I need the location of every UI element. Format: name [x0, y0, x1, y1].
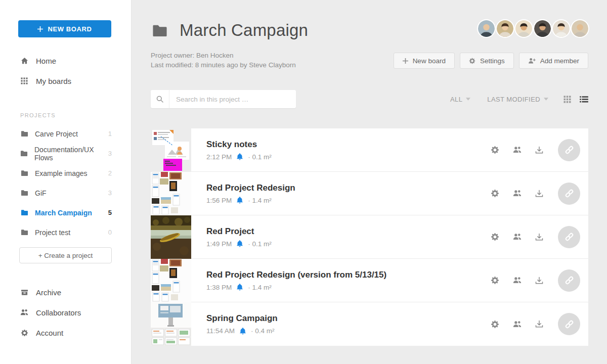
- sidebar-footer-nav: ArchiveCollaboratorsAccount: [0, 282, 131, 343]
- avatar[interactable]: [478, 20, 495, 37]
- project-label: Carve Project: [35, 130, 78, 138]
- board-settings-button[interactable]: [491, 233, 499, 241]
- board-meta: 1:38 PM· 1.4 m²: [206, 284, 386, 291]
- board-info: Spring Campaign11:54 AM· 0.4 m²: [206, 313, 278, 335]
- folder-icon: [20, 130, 28, 138]
- board-link-button[interactable]: [558, 226, 580, 248]
- bell-icon[interactable]: [239, 328, 246, 335]
- bell-icon[interactable]: [236, 197, 243, 204]
- header-buttons: New boardSettingsAdd member: [394, 53, 588, 69]
- board-collaborators-button[interactable]: [513, 276, 522, 285]
- avatar[interactable]: [572, 20, 588, 37]
- board-settings-button[interactable]: [491, 189, 499, 198]
- board-title: Red Project: [206, 226, 272, 237]
- person-add-icon: [528, 57, 536, 65]
- folder-icon: [20, 189, 28, 197]
- board-collaborators-button[interactable]: [513, 146, 522, 154]
- board-settings-button[interactable]: [491, 276, 499, 285]
- folder-icon: [20, 209, 28, 216]
- board-meta: 11:54 AM· 0.4 m²: [206, 327, 278, 335]
- sidebar-project-project-test[interactable]: Project test0: [0, 222, 131, 242]
- board-meta: 2:12 PM· 0.1 m²: [206, 153, 272, 161]
- avatar[interactable]: [534, 20, 551, 37]
- board-collaborators-button[interactable]: [513, 233, 522, 241]
- board-row[interactable]: Red Project Redesign1:56 PM· 1.4 m²: [151, 172, 588, 215]
- board-settings-button[interactable]: [491, 320, 499, 329]
- sidebar-item-collaborators[interactable]: Collaborators: [0, 302, 131, 323]
- sidebar-item-account[interactable]: Account: [0, 323, 131, 343]
- account-icon: [20, 329, 28, 337]
- sidebar-item-home[interactable]: Home: [0, 51, 131, 71]
- project-label: Project test: [35, 229, 70, 237]
- search-icon[interactable]: [151, 90, 169, 108]
- app-window: NEW BOARD HomeMy boards PROJECTS Carve P…: [0, 0, 607, 364]
- project-list: Carve Project1Documentation/UX Flows3Exa…: [0, 124, 131, 242]
- button-label: Settings: [480, 57, 505, 65]
- filters: ALL LAST MODIFIED: [450, 96, 588, 103]
- avatar[interactable]: [515, 20, 532, 37]
- new-board-button[interactable]: NEW BOARD: [18, 20, 111, 37]
- grid-view-icon[interactable]: [563, 96, 571, 103]
- sidebar-item-archive[interactable]: Archive: [0, 282, 131, 302]
- boards-icon: [20, 77, 28, 84]
- board-row[interactable]: Red Project1:49 PM· 0.1 m²: [151, 215, 588, 259]
- filter-all-label: ALL: [450, 96, 462, 103]
- board-link-button[interactable]: [558, 183, 580, 205]
- avatar-stack: [478, 20, 588, 37]
- board-link-button[interactable]: [558, 139, 580, 161]
- board-thumbnail[interactable]: [151, 128, 191, 172]
- board-settings-button[interactable]: [491, 146, 499, 154]
- sidebar-item-my-boards[interactable]: My boards: [0, 71, 131, 91]
- sidebar-project-carve-project[interactable]: Carve Project1: [0, 124, 131, 144]
- search-input[interactable]: [169, 90, 296, 108]
- create-project-button[interactable]: + Create a project: [19, 247, 112, 263]
- board-thumbnail[interactable]: [151, 259, 191, 302]
- sort-dropdown[interactable]: LAST MODIFIED: [487, 96, 548, 103]
- board-time: 1:49 PM: [206, 240, 232, 248]
- project-count: 1: [108, 130, 112, 138]
- board-info: Sticky notes2:12 PM· 0.1 m²: [206, 140, 272, 161]
- board-download-button[interactable]: [535, 320, 543, 328]
- board-actions: [477, 139, 588, 161]
- filter-all-dropdown[interactable]: ALL: [450, 96, 470, 103]
- new-board-button[interactable]: New board: [394, 53, 455, 69]
- bell-icon[interactable]: [236, 284, 243, 291]
- create-project-label: + Create a project: [38, 252, 93, 259]
- list-view-icon[interactable]: [580, 96, 588, 103]
- board-actions: [477, 313, 588, 335]
- settings-button[interactable]: Settings: [460, 53, 514, 69]
- board-link-button[interactable]: [558, 269, 580, 292]
- folder-icon: [151, 23, 169, 38]
- sidebar-project-documentation-ux-flows[interactable]: Documentation/UX Flows3: [0, 144, 131, 163]
- board-collaborators-button[interactable]: [513, 189, 522, 198]
- board-download-button[interactable]: [535, 277, 543, 285]
- board-row[interactable]: Sticky notes2:12 PM· 0.1 m²: [151, 128, 588, 172]
- board-row[interactable]: Red Project Redesign (version from 5/13/…: [151, 259, 588, 302]
- sidebar-project-gif[interactable]: GiF3: [0, 183, 131, 203]
- board-area: · 0.1 m²: [248, 240, 272, 248]
- board-row[interactable]: Spring Campaign11:54 AM· 0.4 m²: [151, 302, 588, 346]
- sidebar-project-march-campaign[interactable]: March Campaign5: [0, 203, 131, 222]
- board-collaborators-button[interactable]: [513, 320, 522, 329]
- board-title: Spring Campaign: [206, 313, 278, 324]
- avatar[interactable]: [553, 20, 570, 37]
- button-label: Add member: [540, 57, 579, 65]
- sidebar-project-example-images[interactable]: Example images2: [0, 163, 131, 183]
- add-member-button[interactable]: Add member: [519, 53, 588, 69]
- board-actions: [477, 226, 588, 248]
- board-download-button[interactable]: [535, 146, 543, 154]
- collaborators-icon: [20, 308, 28, 316]
- board-meta: 1:49 PM· 0.1 m²: [206, 240, 272, 248]
- bell-icon[interactable]: [236, 240, 243, 247]
- board-download-button[interactable]: [535, 233, 543, 241]
- board-download-button[interactable]: [535, 190, 543, 198]
- board-time: 2:12 PM: [206, 153, 232, 161]
- board-thumbnail[interactable]: [151, 172, 191, 215]
- board-thumbnail[interactable]: [151, 215, 191, 259]
- board-thumbnail[interactable]: [151, 302, 191, 346]
- bell-icon[interactable]: [236, 153, 243, 160]
- board-link-button[interactable]: [558, 313, 580, 335]
- avatar[interactable]: [497, 20, 513, 37]
- board-actions: [477, 269, 588, 292]
- project-count: 3: [108, 150, 112, 157]
